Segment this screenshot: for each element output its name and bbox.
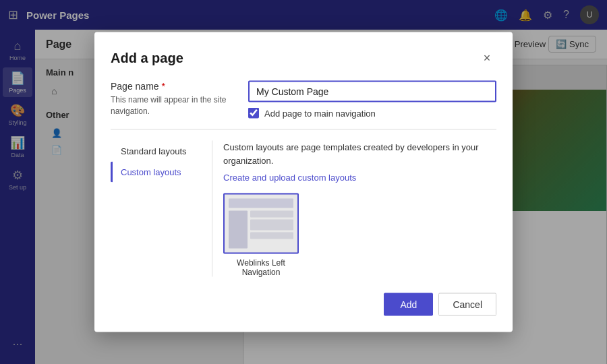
page-name-input[interactable] (248, 81, 496, 102)
layouts-content: Custom layouts are page templates create… (212, 141, 496, 277)
modal-title: Add a page (111, 50, 183, 65)
thumb-header (229, 199, 293, 208)
nav-checkbox-row: Add page to main navigation (248, 108, 496, 119)
layouts-row: Standard layouts Custom layouts Custom l… (111, 141, 496, 277)
layout-thumb-label-weblinks: Weblinks LeftNavigation (237, 258, 285, 277)
layout-thumbs: Weblinks LeftNavigation (223, 193, 496, 277)
page-name-hint: This name will appear in the site naviga… (111, 94, 232, 117)
custom-layouts-description: Custom layouts are page templates create… (223, 141, 496, 167)
thumb-box-weblinks (223, 193, 299, 254)
tab-standard-layouts[interactable]: Standard layouts (111, 141, 212, 162)
nav-checkbox-label[interactable]: Add page to main navigation (264, 108, 376, 118)
required-star: * (162, 81, 165, 92)
thumb-sidebar (229, 211, 248, 249)
modal-divider (111, 129, 496, 130)
thumb-row-1 (250, 211, 293, 218)
add-button[interactable]: Add (384, 293, 433, 316)
layout-thumb-weblinks[interactable]: Weblinks LeftNavigation (223, 193, 299, 277)
page-name-row: Page name * This name will appear in the… (111, 81, 496, 119)
nav-checkbox[interactable] (248, 108, 259, 119)
tab-custom-layouts[interactable]: Custom layouts (111, 162, 212, 183)
thumb-body (229, 211, 293, 249)
thumb-main-area (250, 211, 293, 249)
page-name-input-col: Add page to main navigation (248, 81, 496, 119)
thumb-row-3 (250, 233, 293, 239)
modal-header: Add a page × (111, 49, 496, 67)
layouts-tabs: Standard layouts Custom layouts (111, 141, 212, 277)
page-name-label-col: Page name * This name will appear in the… (111, 81, 232, 117)
cancel-button[interactable]: Cancel (438, 293, 496, 316)
custom-layouts-link[interactable]: Create and upload custom layouts (223, 173, 496, 183)
thumb-row-2 (250, 220, 293, 231)
modal-close-button[interactable]: × (478, 49, 496, 67)
modal-footer: Add Cancel (111, 293, 496, 316)
page-name-label: Page name * (111, 81, 232, 92)
add-page-modal: Add a page × Page name * This name will … (94, 32, 513, 332)
